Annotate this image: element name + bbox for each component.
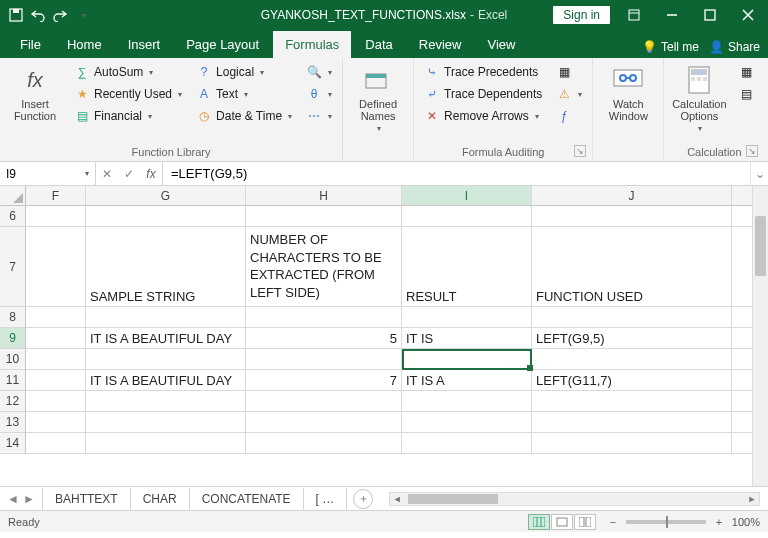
name-box[interactable]: ▾ — [0, 162, 96, 185]
col-header[interactable]: I — [402, 186, 532, 205]
insert-function-button[interactable]: fx Insert Function — [6, 62, 64, 124]
zoom-level[interactable]: 100% — [732, 516, 760, 528]
formula-input[interactable] — [171, 166, 742, 181]
row-header[interactable]: 6 — [0, 206, 25, 227]
calc-now-button[interactable]: ▦ — [734, 62, 758, 82]
cell-selected[interactable]: IT IS — [402, 328, 532, 348]
tab-data[interactable]: Data — [353, 31, 404, 58]
col-header[interactable]: G — [86, 186, 246, 205]
close-button[interactable] — [734, 5, 762, 25]
redo-icon[interactable] — [52, 7, 68, 23]
scroll-thumb[interactable] — [408, 494, 498, 504]
dialog-launcher-icon[interactable]: ↘ — [574, 145, 586, 157]
col-header[interactable]: J — [532, 186, 732, 205]
col-header[interactable]: F — [26, 186, 86, 205]
fx-icon[interactable]: fx — [140, 167, 162, 181]
tab-view[interactable]: View — [475, 31, 527, 58]
page-break-view-button[interactable] — [574, 514, 596, 530]
row-header[interactable]: 13 — [0, 412, 25, 433]
name-box-dropdown-icon[interactable]: ▾ — [85, 169, 89, 178]
calc-sheet-button[interactable]: ▤ — [734, 84, 758, 104]
tab-home[interactable]: Home — [55, 31, 114, 58]
date-time-button[interactable]: ◷Date & Time▾ — [192, 106, 296, 126]
calculation-options-button[interactable]: Calculation Options▾ — [670, 62, 728, 135]
normal-view-button[interactable] — [528, 514, 550, 530]
tab-page-layout[interactable]: Page Layout — [174, 31, 271, 58]
formula-bar[interactable] — [163, 162, 750, 185]
scroll-thumb[interactable] — [755, 216, 766, 276]
math-button[interactable]: θ▾ — [302, 84, 336, 104]
row-header[interactable]: 14 — [0, 433, 25, 454]
sheet-nav[interactable]: ◄► — [0, 492, 42, 506]
cell[interactable] — [246, 206, 402, 226]
zoom-slider[interactable] — [626, 520, 706, 524]
row-header[interactable]: 11 — [0, 370, 25, 391]
cell[interactable]: IT IS A BEAUTIFUL DAY — [86, 370, 246, 390]
more-functions-button[interactable]: ⋯▾ — [302, 106, 336, 126]
prev-sheet-icon[interactable]: ◄ — [6, 492, 20, 506]
trace-dependents-button[interactable]: ⤶Trace Dependents — [420, 84, 546, 104]
show-formulas-button[interactable]: ▦ — [552, 62, 586, 82]
save-icon[interactable] — [8, 7, 24, 23]
enter-formula-icon[interactable]: ✓ — [118, 167, 140, 181]
share-button[interactable]: 👤Share — [709, 40, 760, 54]
cell[interactable]: NUMBER OF CHARACTERS TO BE EXTRACTED (FR… — [246, 227, 402, 306]
select-all-button[interactable] — [0, 186, 26, 206]
tab-file[interactable]: File — [8, 31, 53, 58]
cell[interactable]: LEFT(G9,5) — [532, 328, 732, 348]
watch-window-button[interactable]: Watch Window — [599, 62, 657, 124]
row-header[interactable]: 10 — [0, 349, 25, 370]
next-sheet-icon[interactable]: ► — [22, 492, 36, 506]
cell[interactable]: SAMPLE STRING — [86, 227, 246, 306]
minimize-button[interactable] — [658, 5, 686, 25]
cells-area[interactable]: SAMPLE STRING NUMBER OF CHARACTERS TO BE… — [26, 206, 752, 486]
row-header[interactable]: 9 — [0, 328, 25, 349]
cell[interactable]: IT IS A — [402, 370, 532, 390]
cell[interactable]: FUNCTION USED — [532, 227, 732, 306]
name-box-input[interactable] — [6, 167, 85, 181]
page-layout-view-button[interactable] — [551, 514, 573, 530]
vertical-scrollbar[interactable] — [752, 186, 768, 486]
expand-formula-bar-icon[interactable]: ⌄ — [750, 162, 768, 185]
defined-names-button[interactable]: Defined Names▾ — [349, 62, 407, 135]
zoom-in-button[interactable]: + — [712, 516, 726, 528]
maximize-button[interactable] — [696, 5, 724, 25]
sheet-tab[interactable]: CONCATENATE — [190, 488, 304, 510]
row-headers[interactable]: 6 7 8 9 10 11 12 13 14 — [0, 206, 26, 454]
row-header[interactable]: 8 — [0, 307, 25, 328]
row-header[interactable]: 12 — [0, 391, 25, 412]
recently-used-button[interactable]: ★Recently Used▾ — [70, 84, 186, 104]
col-header[interactable]: H — [246, 186, 402, 205]
spreadsheet-grid[interactable]: F G H I J 6 7 8 9 10 11 12 13 14 SAMPLE … — [0, 186, 768, 486]
autosum-button[interactable]: ∑AutoSum▾ — [70, 62, 186, 82]
remove-arrows-button[interactable]: ✕Remove Arrows▾ — [420, 106, 546, 126]
evaluate-formula-button[interactable]: ƒ — [552, 106, 586, 126]
cell[interactable]: 5 — [246, 328, 402, 348]
sheet-tab[interactable]: BAHTTEXT — [42, 488, 131, 510]
ribbon-options-icon[interactable] — [620, 5, 648, 25]
horizontal-scrollbar[interactable]: ◄ ► — [389, 492, 760, 506]
lookup-button[interactable]: 🔍▾ — [302, 62, 336, 82]
tab-formulas[interactable]: Formulas — [273, 31, 351, 58]
scroll-right-icon[interactable]: ► — [745, 493, 759, 505]
new-sheet-button[interactable]: ＋ — [353, 489, 373, 509]
column-headers[interactable]: F G H I J — [26, 186, 752, 206]
cancel-formula-icon[interactable]: ✕ — [96, 167, 118, 181]
cell[interactable]: IT IS A BEAUTIFUL DAY — [86, 328, 246, 348]
cell[interactable]: 7 — [246, 370, 402, 390]
tell-me[interactable]: 💡Tell me — [642, 40, 699, 54]
sign-in-button[interactable]: Sign in — [553, 6, 610, 24]
tab-review[interactable]: Review — [407, 31, 474, 58]
cell[interactable]: RESULT — [402, 227, 532, 306]
tab-insert[interactable]: Insert — [116, 31, 173, 58]
financial-button[interactable]: ▤Financial▾ — [70, 106, 186, 126]
logical-button[interactable]: ?Logical▾ — [192, 62, 296, 82]
sheet-tab[interactable]: CHAR — [131, 488, 190, 510]
sheet-tab[interactable]: [ … — [304, 488, 348, 510]
trace-precedents-button[interactable]: ⤷Trace Precedents — [420, 62, 546, 82]
qat-dropdown-icon[interactable]: ▾ — [76, 7, 92, 23]
scroll-left-icon[interactable]: ◄ — [390, 493, 404, 505]
undo-icon[interactable] — [30, 7, 46, 23]
text-button[interactable]: AText▾ — [192, 84, 296, 104]
dialog-launcher-icon[interactable]: ↘ — [746, 145, 758, 157]
